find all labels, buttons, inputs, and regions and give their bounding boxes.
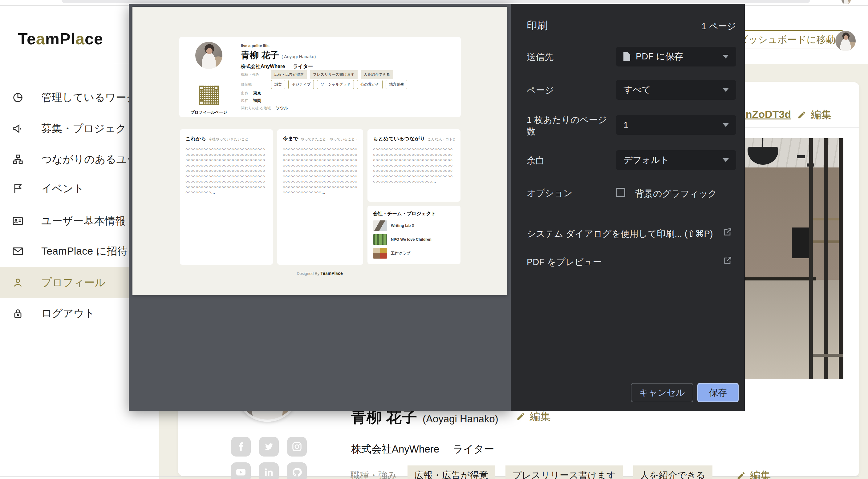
logo-part: Te xyxy=(18,30,36,48)
browser-profile-avatar xyxy=(841,0,851,4)
preview-name-roman: ( Aoyagi Hanako) xyxy=(282,54,316,59)
preview-company: 株式会社AnyWhere xyxy=(241,63,285,70)
current-label: 現在 xyxy=(241,98,248,103)
pages-label: ページ xyxy=(527,84,613,96)
placeholder-text: ○○○○○○○○○○○○○○○○○○○○○○○○○○○○○○○○○○○○○○○○… xyxy=(185,147,267,223)
job-strength-label: 職種・強み xyxy=(350,469,397,479)
destination-label: 送信先 xyxy=(527,51,613,63)
skill-tag: プレスリリース書けます xyxy=(310,70,358,79)
pages-per-sheet-value: 1 xyxy=(623,120,628,130)
column-subtitle: やってきたこと・やっていること・... xyxy=(301,137,358,141)
pages-value: すべて xyxy=(623,84,651,96)
profile-tags-row: 職種・強み 広報・広告が得意 プレスリリース書けます 人を紹介できる 編集 xyxy=(350,466,771,479)
margins-select[interactable]: デフォルト xyxy=(616,150,736,170)
linkedin-icon[interactable] xyxy=(259,462,279,479)
photo-glass-frame xyxy=(839,138,843,379)
chevron-down-icon xyxy=(723,158,729,162)
person-icon xyxy=(12,277,24,289)
lock-icon xyxy=(12,307,24,320)
print-preview-page: プロフィールページ live a polite life. 青柳 花子 ( Ao… xyxy=(132,7,507,295)
edit-tags-button[interactable]: 編集 xyxy=(737,469,771,479)
current-value: 福岡 xyxy=(253,98,261,103)
destination-value: PDF に保存 xyxy=(636,51,683,63)
preview-profile-photo xyxy=(195,42,222,69)
company-name: 株式会社AnyWhere xyxy=(351,442,439,456)
envelope-icon xyxy=(12,245,24,257)
pencil-icon xyxy=(516,412,525,421)
logo-part: ce xyxy=(85,30,103,48)
print-dialog: 印刷 1 ページ 送信先 PDF に保存 ページ すべて 1 枚あたりのページ数… xyxy=(511,4,745,411)
preview-company-card: 会社・チーム・プロジェクト Writing lab X NPO We love … xyxy=(368,205,461,264)
column-title: これから xyxy=(185,135,206,142)
preview-column-connections: もとめているつながり こんな人・コトに... ○○○○○○○○○○○○○○○○○… xyxy=(368,129,461,202)
org-nodes-icon xyxy=(12,153,24,166)
browser-omnibox-peek xyxy=(62,0,810,3)
sidebar-item-label: ログアウト xyxy=(41,306,95,320)
skill-tag: 人を紹介できる xyxy=(633,466,712,479)
placeholder-text: ○○○○○○○○○○○○○○○○○○○○○○○○○○○○○○○○○○○○○○○○… xyxy=(283,147,358,223)
pages-select[interactable]: すべて xyxy=(616,80,736,100)
skill-tag: 人を紹介できる xyxy=(361,70,393,79)
chevron-down-icon xyxy=(723,123,729,127)
cancel-button[interactable]: キャンセル xyxy=(631,383,693,402)
origin-value: 東京 xyxy=(253,91,261,96)
role: ライター xyxy=(453,442,494,456)
pages-per-sheet-select[interactable]: 1 xyxy=(616,115,736,135)
qr-finder xyxy=(199,86,204,91)
designed-by-label: Designed By xyxy=(297,271,320,276)
region-value: ソウル xyxy=(276,105,288,111)
margins-value: デフォルト xyxy=(623,154,669,166)
teamplace-logo: TeamPlace xyxy=(18,30,103,48)
save-button[interactable]: 保存 xyxy=(698,383,739,402)
logo-part: mPl xyxy=(45,30,75,48)
chevron-down-icon xyxy=(723,55,729,59)
system-dialog-print-link[interactable]: システム ダイアログを使用して印刷... (⇧⌘P) xyxy=(527,228,713,240)
value-tag: 地方創生 xyxy=(385,80,407,89)
background-graphics-checkbox[interactable] xyxy=(616,188,625,197)
profile-name-roman: (Aoyagi Hanako) xyxy=(423,413,498,425)
value-tag: ソーシャルグッド xyxy=(317,80,354,89)
qr-finder xyxy=(199,100,204,105)
company-thumbnail xyxy=(373,234,387,245)
edit-name-button[interactable]: 編集 xyxy=(516,409,551,424)
photo-step xyxy=(813,354,843,357)
youtube-icon[interactable] xyxy=(231,462,251,479)
pages-per-sheet-label: 1 枚あたりのページ数 xyxy=(527,114,613,137)
profile-id-link[interactable]: PnZoDT3d xyxy=(739,108,791,120)
preview-column-future: これから 今後やっていきたいこと ○○○○○○○○○○○○○○○○○○○○○○○… xyxy=(180,129,273,265)
job-strength-label: 職種・強み xyxy=(241,72,268,77)
values-label: 価値観 xyxy=(241,82,268,87)
instagram-icon[interactable] xyxy=(287,437,307,456)
facebook-icon[interactable] xyxy=(231,437,251,456)
region-label: 関わりのある地域 xyxy=(241,105,271,111)
skill-tag: 広報・広告が得意 xyxy=(407,466,495,479)
preview-name: 青柳 花子 xyxy=(241,49,279,62)
footer-logo-part: a xyxy=(335,271,338,276)
pdf-preview-link[interactable]: PDF をプレビュー xyxy=(527,256,601,268)
tagline: live a polite life. xyxy=(241,44,270,48)
id-card-icon xyxy=(12,215,24,227)
photo-glass-frame xyxy=(824,138,828,379)
profile-company-row: 株式会社AnyWhere ライター xyxy=(351,442,494,456)
github-icon[interactable] xyxy=(287,462,307,479)
origin-label: 出身 xyxy=(241,91,248,96)
pencil-icon xyxy=(797,110,806,120)
twitter-icon[interactable] xyxy=(259,437,279,456)
skill-tag: 広報・広告が得意 xyxy=(271,70,307,79)
margins-label: 余白 xyxy=(527,155,613,166)
edit-profile-id-button[interactable]: 編集 xyxy=(797,108,832,122)
edit-label: 編集 xyxy=(530,409,551,424)
pencil-icon xyxy=(737,471,746,479)
photo-wall xyxy=(745,166,843,281)
logo-part: a xyxy=(75,30,85,48)
destination-select[interactable]: PDF に保存 xyxy=(616,47,736,66)
external-link-icon xyxy=(723,256,733,265)
company-item-name: Writing lab X xyxy=(391,223,414,228)
company-item: Writing lab X xyxy=(373,220,455,231)
preview-profile-card: プロフィールページ live a polite life. 青柳 花子 ( Ao… xyxy=(179,37,461,117)
column-subtitle: こんな人・コトに... xyxy=(428,137,455,141)
user-avatar[interactable] xyxy=(835,31,856,51)
qr-code xyxy=(199,86,219,105)
company-card-title: 会社・チーム・プロジェクト xyxy=(373,211,455,217)
options-label: オプション xyxy=(527,187,613,199)
